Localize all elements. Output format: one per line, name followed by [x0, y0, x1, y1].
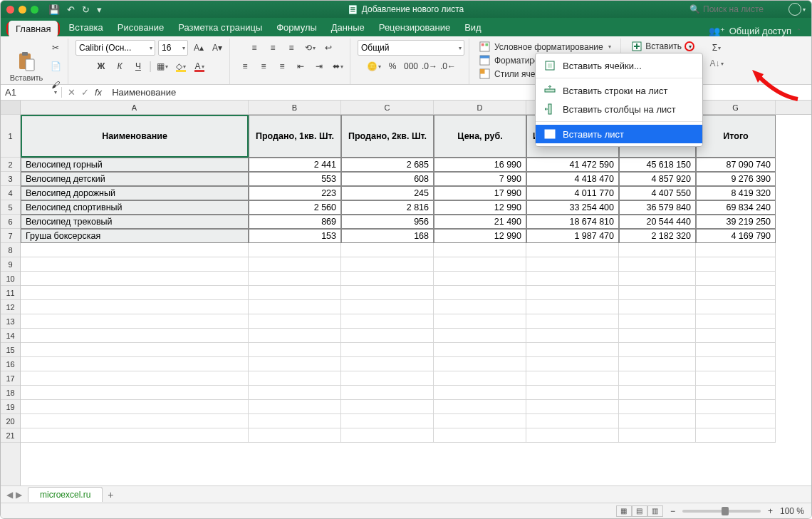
row-header[interactable]: 12 [1, 300, 20, 314]
tab-data[interactable]: Данные [324, 19, 372, 36]
cell[interactable] [434, 400, 526, 414]
cell[interactable] [341, 400, 434, 414]
cell[interactable]: Груша боксерская [21, 229, 249, 243]
cell[interactable] [526, 257, 619, 272]
cell[interactable] [21, 329, 249, 343]
qat-more-icon[interactable]: ▾ [97, 4, 102, 15]
cell[interactable]: Продано, 1кв. Шт. [249, 115, 341, 158]
cell[interactable] [434, 257, 526, 272]
cell[interactable] [619, 243, 696, 257]
cell[interactable] [434, 414, 526, 428]
cell[interactable] [249, 357, 341, 371]
sheet-nav-prev-icon[interactable]: ◀ [6, 490, 13, 500]
cell[interactable] [619, 314, 696, 329]
cell[interactable]: 18 674 810 [526, 215, 619, 229]
cell[interactable] [341, 428, 434, 443]
cell[interactable]: 8 419 320 [696, 186, 776, 200]
menu-insert-sheet[interactable]: Вставить лист [536, 125, 702, 143]
row-header[interactable]: 16 [1, 357, 20, 371]
formula-input[interactable]: Наименование [108, 87, 811, 98]
redo-icon[interactable]: ↻ [82, 4, 90, 15]
row-header[interactable]: 4 [1, 186, 20, 200]
align-bottom-icon[interactable]: ≡ [283, 40, 299, 56]
cell[interactable] [526, 386, 619, 400]
cell[interactable] [619, 329, 696, 343]
cell[interactable]: 1 987 470 [526, 229, 619, 243]
cell[interactable] [696, 300, 776, 314]
zoom-label[interactable]: 100 % [780, 506, 804, 516]
font-color-button[interactable]: А▾ [192, 58, 207, 74]
cell[interactable]: 33 254 400 [526, 200, 619, 215]
zoom-in-icon[interactable]: + [768, 506, 773, 516]
fx-icon[interactable]: fx [95, 87, 102, 98]
cell[interactable] [696, 314, 776, 329]
underline-button[interactable]: Ч [130, 58, 146, 74]
menu-insert-rows[interactable]: Вставить строки на лист [536, 81, 702, 100]
cell[interactable] [341, 272, 434, 286]
cell[interactable] [341, 286, 434, 300]
cell[interactable] [249, 300, 341, 314]
cell[interactable]: 4 857 920 [619, 172, 696, 186]
cell[interactable]: 7 990 [434, 172, 526, 186]
cell[interactable] [341, 371, 434, 386]
row-header[interactable]: 3 [1, 172, 20, 186]
cell[interactable]: 2 182 320 [619, 229, 696, 243]
cell[interactable] [619, 414, 696, 428]
row-header[interactable]: 15 [1, 343, 20, 357]
sheet-tab[interactable]: microexcel.ru [28, 487, 103, 502]
percent-icon[interactable]: % [385, 58, 400, 74]
dec-decimal-icon[interactable]: .0← [440, 58, 456, 74]
page-layout-view-icon[interactable]: ▤ [632, 505, 647, 517]
currency-icon[interactable]: 🪙▾ [366, 58, 382, 74]
cell[interactable] [526, 357, 619, 371]
cell[interactable] [249, 371, 341, 386]
cancel-formula-icon[interactable]: ✕ [68, 87, 76, 98]
cell[interactable] [526, 314, 619, 329]
cell[interactable] [619, 400, 696, 414]
search-input[interactable] [703, 4, 781, 14]
align-right-icon[interactable]: ≡ [274, 58, 290, 74]
col-header[interactable]: C [341, 101, 434, 114]
row-header[interactable]: 14 [1, 329, 20, 343]
cell[interactable] [341, 329, 434, 343]
cell[interactable] [21, 357, 249, 371]
cell[interactable]: Велосипед дорожный [21, 186, 249, 200]
align-top-icon[interactable]: ≡ [246, 40, 262, 56]
cell[interactable]: 17 990 [434, 186, 526, 200]
col-header[interactable]: D [434, 101, 526, 114]
cell[interactable] [434, 371, 526, 386]
sheet-nav-next-icon[interactable]: ▶ [16, 490, 22, 500]
fill-color-button[interactable]: ◇▾ [173, 58, 189, 74]
row-header[interactable]: 9 [1, 257, 20, 272]
cell[interactable]: 45 618 150 [619, 158, 696, 172]
minimize-window[interactable] [19, 6, 26, 14]
cell[interactable] [249, 329, 341, 343]
cell[interactable] [696, 257, 776, 272]
cell[interactable]: 168 [341, 229, 434, 243]
inc-decimal-icon[interactable]: .0→ [422, 58, 437, 74]
cell[interactable] [526, 428, 619, 443]
cell[interactable] [696, 386, 776, 400]
copy-icon[interactable]: 📄 [48, 58, 63, 74]
cell[interactable] [21, 386, 249, 400]
cell[interactable]: 21 490 [434, 215, 526, 229]
align-left-icon[interactable]: ≡ [237, 58, 253, 74]
cell[interactable] [434, 343, 526, 357]
cell[interactable] [434, 272, 526, 286]
cell[interactable]: 2 816 [341, 200, 434, 215]
cell[interactable] [526, 329, 619, 343]
row-header[interactable]: 21 [1, 428, 20, 443]
cell[interactable] [249, 257, 341, 272]
row-header[interactable]: 7 [1, 229, 20, 243]
cell[interactable] [249, 243, 341, 257]
grid[interactable]: A B C D E F G Наименование Продано, 1кв.… [21, 101, 811, 485]
cell[interactable] [619, 343, 696, 357]
cell[interactable] [696, 400, 776, 414]
merge-cells-icon[interactable]: ⬌▾ [330, 58, 345, 74]
cell[interactable] [21, 314, 249, 329]
cell[interactable] [341, 414, 434, 428]
cell[interactable]: 12 990 [434, 200, 526, 215]
cell[interactable]: 153 [249, 229, 341, 243]
cell[interactable]: 12 990 [434, 229, 526, 243]
page-break-view-icon[interactable]: ▥ [647, 505, 663, 517]
